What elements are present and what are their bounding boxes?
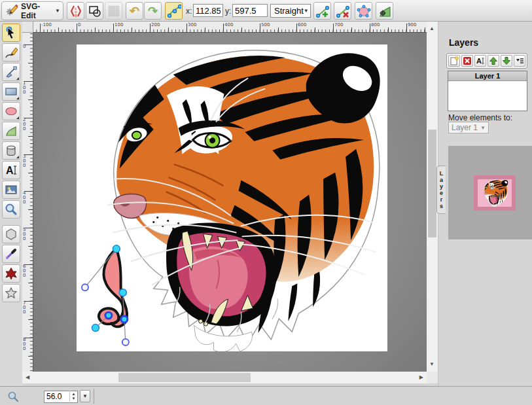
h-ruler-label: 600 <box>298 22 306 27</box>
menu-dropdown-icon: ▼ <box>55 8 60 14</box>
rename-layer-button[interactable]: A <box>474 55 486 67</box>
y-coordinate-label: y: <box>225 7 231 16</box>
v-ruler-label: 7 0 0 <box>23 301 26 315</box>
v-ruler-label: 4 0 0 <box>23 191 26 205</box>
openclose-path-button[interactable] <box>355 2 372 20</box>
h-ruler-label: 900 <box>408 22 416 27</box>
tool-eyedropper[interactable] <box>2 245 20 263</box>
v-ruler-label: 3 0 0 <box>23 154 26 168</box>
tool-rectangle[interactable] <box>2 82 20 101</box>
segment-type-value: Straight <box>274 6 304 16</box>
horizontal-ruler: -10001002003004005006007008009001000 <box>33 22 427 33</box>
scroll-down-icon[interactable]: ▼ <box>429 362 434 367</box>
v-ruler-label: 5 0 0 <box>23 228 26 241</box>
layer-more-button[interactable] <box>514 55 525 67</box>
scroll-right-icon[interactable]: ▶ <box>419 375 423 380</box>
tool-pencil[interactable] <box>2 43 20 62</box>
convert-to-path-button[interactable] <box>376 2 393 20</box>
selection-thumbnail <box>478 179 512 207</box>
preview-area <box>448 146 532 239</box>
h-ruler-label: 500 <box>261 22 270 27</box>
edited-path[interactable] <box>99 249 127 326</box>
scroll-left-icon[interactable]: ◀ <box>26 375 29 380</box>
tool-polygon[interactable] <box>2 225 20 243</box>
scroll-up-icon[interactable]: ▲ <box>429 26 434 31</box>
main-menu-button[interactable]: SVG-Edit ▼ <box>1 1 63 20</box>
y-coordinate-input[interactable] <box>232 4 268 17</box>
drawing-canvas[interactable] <box>77 44 387 351</box>
layers-panel: Layers A <box>438 22 532 386</box>
zoom-dropdown-icon: ▼ <box>82 393 88 399</box>
layers-tab-handle[interactable]: L a y e r s <box>436 166 446 214</box>
v-ruler-label: 8 0 0 <box>23 338 26 351</box>
tool-zoom[interactable] <box>2 200 20 219</box>
tool-connector[interactable] <box>2 264 20 283</box>
h-ruler-label: 700 <box>334 22 343 27</box>
source-code-button[interactable]: s v g <box>67 2 84 20</box>
h-ruler-label: 300 <box>188 22 196 27</box>
vertical-ruler: 01 0 02 0 03 0 04 0 05 0 06 0 07 0 08 0 … <box>22 33 33 372</box>
svg-text:A: A <box>476 57 482 65</box>
h-ruler-label: 800 <box>371 22 380 27</box>
h-ruler-label: 100 <box>115 22 123 27</box>
segment-type-select[interactable]: Straight ▼ <box>270 4 311 18</box>
edit-path-overlay[interactable] <box>82 245 129 345</box>
spinner-down-icon[interactable]: ▼ <box>72 396 76 401</box>
tools-panel: A <box>0 22 22 386</box>
h-ruler-label: 200 <box>151 22 160 27</box>
zoom-preset-dropdown[interactable]: ▼ <box>80 390 90 402</box>
tool-line[interactable] <box>2 63 20 81</box>
segment-dropdown-icon: ▼ <box>304 8 309 14</box>
spinner-up-icon[interactable]: ▲ <box>72 392 76 396</box>
h-ruler-label: 400 <box>224 22 233 27</box>
statusbar-divider <box>94 389 94 404</box>
svg-text:A: A <box>6 165 14 176</box>
v-ruler-label: 6 0 0 <box>23 264 26 278</box>
tool-select[interactable] <box>2 24 20 42</box>
move-layer-up-button[interactable] <box>488 55 499 67</box>
x-coordinate-input[interactable] <box>193 4 223 17</box>
submenu-indicator-icon <box>16 97 19 99</box>
v-ruler-label: 1 0 0 <box>23 81 26 95</box>
move-elements-select[interactable]: Layer 1 ▼ <box>448 122 489 133</box>
move-elements-label: Move elements to: <box>448 113 512 122</box>
new-layer-button[interactable] <box>448 55 460 67</box>
layers-panel-title: Layers <box>449 37 478 48</box>
delete-node-button[interactable] <box>334 2 351 20</box>
document-properties-button[interactable] <box>86 2 103 20</box>
svg-text:g: g <box>75 12 77 18</box>
delete-layer-button[interactable] <box>461 55 473 67</box>
selection-thumbnail-frame <box>474 175 516 211</box>
workspace <box>33 33 427 372</box>
ruler-corner <box>22 22 33 33</box>
tool-shape-library[interactable] <box>2 141 20 160</box>
tool-text[interactable]: A <box>2 161 20 179</box>
layer-buttons-row: A <box>446 53 527 69</box>
add-node-button[interactable] <box>313 2 331 20</box>
path-nodes[interactable] <box>82 245 129 345</box>
tool-star[interactable] <box>2 284 20 302</box>
main-toolbar: SVG-Edit ▼ s v g <box>0 0 532 22</box>
horizontal-scrollbar[interactable]: ◀ ▶ <box>22 372 427 383</box>
tiger-illustration <box>108 50 380 351</box>
zoom-spinner[interactable]: ▲ ▼ <box>69 391 77 402</box>
v-ruler-label: 0 <box>23 44 26 49</box>
move-layer-down-button[interactable] <box>501 55 512 67</box>
path-edit-mode-button[interactable] <box>165 2 183 20</box>
h-ruler-label: 0 <box>78 22 80 27</box>
horizontal-scrollbar-thumb[interactable] <box>118 373 251 382</box>
zoom-level-control: ▲ ▼ <box>44 390 78 402</box>
submenu-indicator-icon <box>16 77 19 80</box>
undo-button[interactable]: ↶ <box>126 2 143 20</box>
main-menu-label: SVG-Edit <box>21 2 53 20</box>
tool-path[interactable] <box>2 122 20 140</box>
layer-row-selected[interactable]: Layer 1 <box>448 71 527 81</box>
status-bar: ▲ ▼ ▼ <box>0 386 532 405</box>
move-dropdown-icon: ▼ <box>480 125 486 131</box>
grid-snap-button[interactable] <box>105 2 122 20</box>
svg-edit-window: SVG-Edit ▼ s v g <box>0 0 532 405</box>
tool-ellipse[interactable] <box>2 102 20 120</box>
tool-image[interactable] <box>2 181 20 199</box>
redo-button[interactable]: ↷ <box>144 2 162 20</box>
vertical-scrollbar-thumb[interactable] <box>428 130 436 238</box>
